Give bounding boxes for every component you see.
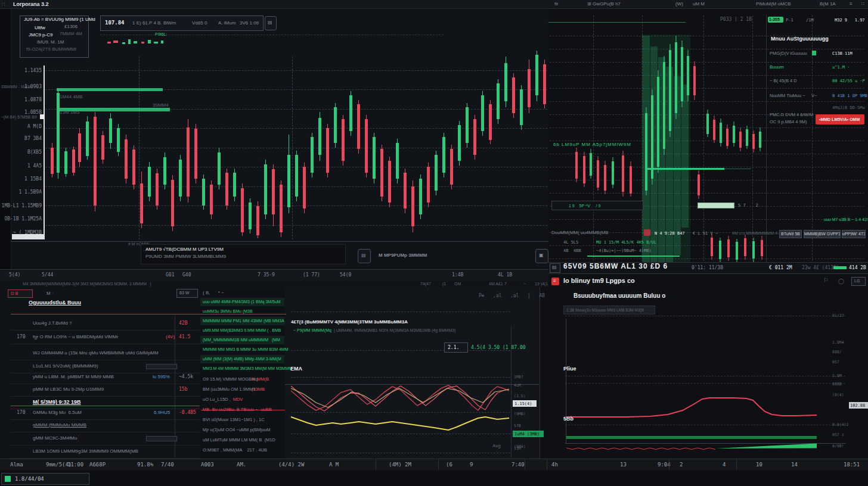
titlebar-item[interactable]: ⊞ GwGPu(B h7 — [587, 1, 621, 7]
mini-bar — [833, 266, 847, 269]
br-price-badge[interactable]: 102.88 — [849, 402, 868, 409]
app-icon[interactable]: ∷ — [2, 1, 5, 7]
order-row-label[interactable]: Buuum — [770, 64, 784, 70]
time-tick[interactable]: 5/44 — [42, 272, 53, 278]
journal-toolbar[interactable]: ( B, * ~ — [203, 290, 224, 296]
journal-entry[interactable]: uM9.MM MM(B3MM3 9.MM MMM ( . BMB — [203, 328, 281, 334]
journal-entry[interactable]: uuu uMM 4MM-PM4/3M3 (1 BMq 3M/5uM — [203, 299, 281, 305]
journal-entry[interactable]: (MM_MMMMMM1B MM uMMMMM (MM — [203, 337, 280, 343]
titlebar-item[interactable]: ≡ — [850, 1, 852, 7]
table-row-label[interactable]: M( 5/3M9) 9:32 19B — [33, 399, 81, 405]
order-row-label[interactable]: PMC.D DVM 4 6/W/M — [770, 112, 813, 118]
panel-button[interactable]: BTuN9 5B — [779, 230, 802, 238]
gridline — [11, 373, 200, 373]
time-tick[interactable]: G01 — [166, 272, 174, 278]
table-row-label[interactable]: L1u1.M1 9/V2uM( (BMMMlM9) — [33, 363, 98, 369]
price-tick: A M(D — [0, 124, 42, 130]
table-row-label[interactable]: GMMu M3g Mu 6.5uM — [33, 410, 82, 416]
toolbar-session[interactable]: A. lMum 3V6 1:09 — [218, 20, 259, 26]
status-item: 11:00 — [67, 462, 83, 468]
pin-icon[interactable]: ⚐ — [823, 278, 829, 284]
copy-button[interactable]: ▣ — [535, 249, 548, 263]
journal-entry[interactable]: O:M9BT , MMM(MA 21T . 4UB — [203, 447, 267, 453]
titlebar-item[interactable]: flr — [554, 1, 559, 7]
table-row-label[interactable]: Uuu4g J.T.BvMd ? — [33, 320, 72, 326]
table-row-label[interactable]: gMMM (ffMMuMu MMMB — [33, 422, 86, 428]
journal-entry[interactable]: uuMM3u 3MMu BMu (M3B — [203, 309, 253, 314]
table-row-label[interactable]: WJ GMM4MM u (15k Mru qMu WMBMMMt uMd GMM… — [33, 350, 159, 356]
alert-tab[interactable]: ⊡ B — [8, 289, 33, 298]
order-row-label[interactable]: NuuMM TluMuu ~ V~ — [770, 93, 817, 99]
avg-label: Avg — [492, 443, 501, 449]
table-row-label[interactable]: yMM u LBM. M. pMBMT M MM9 MMB — [33, 374, 114, 380]
chart-caption: M4 3MMMM(M/MMM(MM-3(M 3M3 M(MM3MM3 M3MM.… — [23, 281, 151, 287]
status-item: 2 — [680, 462, 683, 468]
table-header[interactable]: Oguuuudstlu& Buuu — [29, 300, 81, 306]
panel-button[interactable]: uPP9W' 4T3) — [842, 230, 866, 238]
legend-symbol[interactable]: JU9-Ab = BVUU9g M9M9 (1 UMd — [24, 17, 95, 23]
time-tick[interactable]: G40 — [182, 272, 191, 278]
journal-entry[interactable]: Mjr u(3)uM OO4 ~uMM p(BMjuuM — [203, 427, 271, 433]
time-tick[interactable]: 4L 1B — [498, 272, 512, 278]
taskbar-app[interactable]: 1.8/44/04 — [1, 473, 89, 485]
journal-entry[interactable]: BVt u0(Muuv 13M1~1M1 ) , 1C — [203, 417, 265, 423]
journal-entry[interactable]: BM (uu3MMu OM 1.9MM9 — [203, 387, 256, 392]
legend-row-value: 7MMM 4M — [60, 31, 82, 37]
order-row-label[interactable]: PMG(D(V lGuuuuu — [770, 51, 807, 57]
order-row-label[interactable]: ~ B( 45(B 4 D — [770, 78, 797, 84]
titlebar-item[interactable]: ∷ — [861, 1, 864, 7]
toolbar-timeframe[interactable]: 1 E) 61.P 4 B. BlWm — [132, 20, 176, 26]
time-tick[interactable]: (1 77) — [303, 272, 320, 278]
alert-tab-label: ⊡ B — [11, 291, 18, 297]
time-tick[interactable]: 1:4B — [452, 272, 463, 278]
spark-mark — [107, 42, 111, 43]
table-row-label[interactable]: pMM M LB3C Mu 9-2Mp U1MlM9 — [33, 387, 104, 392]
br-tick: 888B — [832, 381, 842, 387]
time-tick[interactable]: 7 35-9 — [258, 272, 275, 278]
journal-entry[interactable]: MMMM MM MM3 B MMM 3u MMM B3M 4MM — [203, 347, 289, 353]
journal-entry[interactable]: MMMMM MMM PM1 MM 43MM (MB MM3A — [203, 318, 284, 324]
journal-entry[interactable]: uMM (MM (3(M) 4MB) MMp 4MM 3-MM(M — [203, 356, 281, 362]
meter-bar[interactable] — [698, 202, 734, 208]
table-row-label[interactable]: gMM MC9C-3M4fMu — [33, 435, 77, 441]
time-tick[interactable]: 54(0 — [340, 272, 351, 278]
gridline — [45, 70, 547, 71]
titlebar-item[interactable]: PlMuM(M uMCB — [756, 1, 791, 7]
gridline — [11, 406, 200, 406]
taskbar: 1.8/44/04 — [0, 471, 868, 486]
order-row-label[interactable]: OC 9 p.MB4 4 9M) — [770, 119, 807, 125]
grid-icon[interactable]: ▤ — [550, 263, 560, 273]
news-title[interactable]: lo blinuy tm9 Lpgps co — [563, 278, 635, 284]
titlebar-item[interactable]: B(M 1A — [820, 1, 836, 7]
lg-button[interactable]: LG — [851, 277, 866, 286]
chart-mini-icons[interactable]: P≡ ‚al ‚al | AB — [479, 293, 545, 299]
filter-box[interactable]: 63 W — [176, 289, 198, 298]
journal-entry[interactable]: MM3 M 4M MMMM 3M3M3 MM(M MM M3MMM — [203, 366, 292, 372]
row-index: 170 — [17, 334, 25, 340]
toolbar-price[interactable]: 107.84 — [105, 20, 125, 26]
panel-button[interactable]: MMMB)BW GVPP3B 'BM — [804, 230, 841, 238]
menu-icon[interactable] — [644, 229, 650, 236]
status-item: 9 — [470, 462, 473, 468]
time-tick[interactable]: 5(4) — [9, 272, 20, 278]
attachment-button[interactable]: ▤ — [358, 249, 371, 263]
titlebar-item[interactable]: uM M — [693, 1, 705, 7]
instrument-title[interactable]: 65V09 5B6MW AL1 30 £D 6 — [563, 263, 668, 269]
toolbar-volume[interactable]: Vd85 0 — [192, 20, 207, 26]
br-tick: (9(4) — [832, 392, 844, 398]
journal-entry[interactable]: MB. Bu uu29Bu. B.TBuuu ~ — [203, 407, 259, 413]
journal-entry[interactable]: O9 15.M) VMMM MOGBMq — [203, 376, 259, 382]
circle-icon[interactable]: ◯ — [838, 278, 844, 284]
equalizer-icon — [812, 51, 816, 55]
journal-entry[interactable]: uM LuMTuM MMM LM MM( B (M1D — [203, 437, 275, 443]
sell-button[interactable]: •MMD LM5V/A• OMM — [816, 114, 864, 124]
level-underline — [587, 256, 680, 257]
screenshot-button[interactable]: ▤ — [265, 16, 277, 30]
titlebar-item[interactable]: (W) — [675, 1, 683, 7]
journal-entry[interactable]: uO Lu_L15D , — [203, 397, 232, 403]
caption-item: GM — [454, 281, 461, 287]
tab-label[interactable]: M · — [46, 291, 54, 297]
table-row-label[interactable]: fgr O RM LO9% ~ u BMBDMpMd VlMMr — [33, 334, 118, 340]
table-row-label[interactable]: LB3M 1OM9 LMMM9g3M 39MMM9 OMMMM(MB — [33, 448, 138, 454]
news-tag[interactable]: 1:3B Muuu(3u M3uuuu MM3 LMB B3M M3(B — [563, 306, 655, 314]
